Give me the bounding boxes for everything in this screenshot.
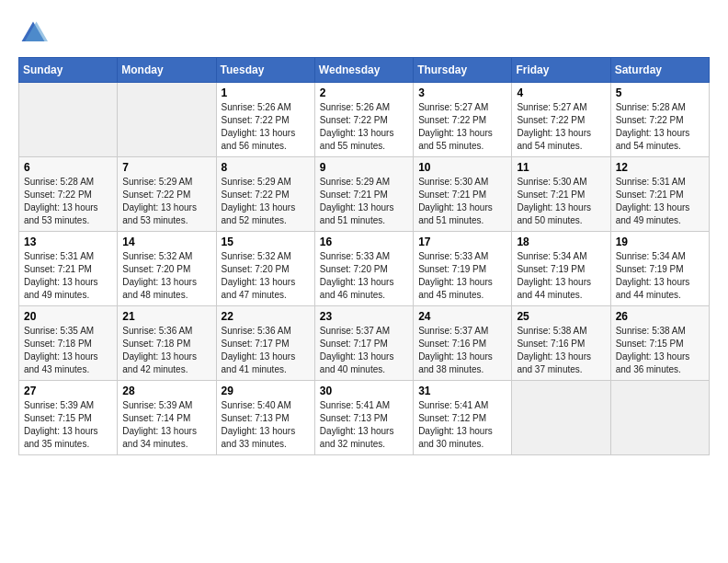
day-info: Sunrise: 5:34 AM Sunset: 7:19 PM Dayligh… bbox=[517, 250, 605, 302]
day-info: Sunrise: 5:30 AM Sunset: 7:21 PM Dayligh… bbox=[517, 176, 605, 227]
calendar-day-cell: 3Sunrise: 5:27 AM Sunset: 7:22 PM Daylig… bbox=[414, 83, 512, 157]
day-header: Wednesday bbox=[314, 58, 413, 83]
day-header: Tuesday bbox=[216, 58, 314, 83]
logo bbox=[18, 18, 51, 48]
calendar-day-cell: 21Sunrise: 5:36 AM Sunset: 7:18 PM Dayli… bbox=[118, 306, 216, 381]
calendar-week-row: 1Sunrise: 5:26 AM Sunset: 7:22 PM Daylig… bbox=[19, 83, 710, 157]
calendar-day-cell: 18Sunrise: 5:34 AM Sunset: 7:19 PM Dayli… bbox=[512, 232, 610, 306]
calendar-day-cell: 22Sunrise: 5:36 AM Sunset: 7:17 PM Dayli… bbox=[216, 306, 314, 381]
calendar-day-cell: 13Sunrise: 5:31 AM Sunset: 7:21 PM Dayli… bbox=[19, 232, 118, 306]
day-number: 5 bbox=[616, 86, 704, 99]
calendar-week-row: 6Sunrise: 5:28 AM Sunset: 7:22 PM Daylig… bbox=[19, 157, 710, 232]
day-number: 4 bbox=[517, 86, 605, 99]
calendar-day-cell: 31Sunrise: 5:41 AM Sunset: 7:12 PM Dayli… bbox=[414, 381, 512, 455]
calendar-day-cell: 9Sunrise: 5:29 AM Sunset: 7:21 PM Daylig… bbox=[314, 157, 413, 232]
day-info: Sunrise: 5:27 AM Sunset: 7:22 PM Dayligh… bbox=[418, 101, 506, 153]
day-number: 8 bbox=[222, 161, 310, 174]
calendar-day-cell: 12Sunrise: 5:31 AM Sunset: 7:21 PM Dayli… bbox=[610, 157, 709, 232]
day-number: 10 bbox=[418, 161, 506, 174]
day-number: 13 bbox=[24, 236, 112, 248]
day-number: 9 bbox=[320, 161, 408, 174]
calendar-day-cell: 24Sunrise: 5:37 AM Sunset: 7:16 PM Dayli… bbox=[414, 306, 512, 381]
calendar-day-cell: 23Sunrise: 5:37 AM Sunset: 7:17 PM Dayli… bbox=[314, 306, 413, 381]
day-number: 18 bbox=[517, 236, 605, 248]
day-number: 16 bbox=[320, 236, 408, 248]
day-info: Sunrise: 5:37 AM Sunset: 7:16 PM Dayligh… bbox=[418, 325, 506, 376]
calendar-day-cell: 30Sunrise: 5:41 AM Sunset: 7:13 PM Dayli… bbox=[314, 381, 413, 455]
day-number: 2 bbox=[320, 86, 408, 99]
calendar-day-cell: 16Sunrise: 5:33 AM Sunset: 7:20 PM Dayli… bbox=[314, 232, 413, 306]
day-info: Sunrise: 5:36 AM Sunset: 7:17 PM Dayligh… bbox=[222, 325, 310, 376]
day-info: Sunrise: 5:31 AM Sunset: 7:21 PM Dayligh… bbox=[24, 250, 112, 302]
day-number: 28 bbox=[122, 385, 210, 397]
day-number: 7 bbox=[122, 161, 210, 174]
day-number: 23 bbox=[320, 310, 408, 323]
calendar-body: 1Sunrise: 5:26 AM Sunset: 7:22 PM Daylig… bbox=[19, 83, 710, 455]
day-info: Sunrise: 5:40 AM Sunset: 7:13 PM Dayligh… bbox=[222, 399, 310, 451]
calendar-day-cell: 17Sunrise: 5:33 AM Sunset: 7:19 PM Dayli… bbox=[414, 232, 512, 306]
calendar-day-cell bbox=[118, 83, 216, 157]
calendar-table: SundayMondayTuesdayWednesdayThursdayFrid… bbox=[18, 57, 710, 455]
day-info: Sunrise: 5:26 AM Sunset: 7:22 PM Dayligh… bbox=[222, 101, 310, 153]
calendar-day-cell: 19Sunrise: 5:34 AM Sunset: 7:19 PM Dayli… bbox=[610, 232, 709, 306]
day-info: Sunrise: 5:26 AM Sunset: 7:22 PM Dayligh… bbox=[320, 101, 408, 153]
calendar-day-cell: 28Sunrise: 5:39 AM Sunset: 7:14 PM Dayli… bbox=[118, 381, 216, 455]
calendar-day-cell bbox=[610, 381, 709, 455]
day-info: Sunrise: 5:41 AM Sunset: 7:12 PM Dayligh… bbox=[418, 399, 506, 451]
calendar-day-cell: 27Sunrise: 5:39 AM Sunset: 7:15 PM Dayli… bbox=[19, 381, 118, 455]
calendar-day-cell: 4Sunrise: 5:27 AM Sunset: 7:22 PM Daylig… bbox=[512, 83, 610, 157]
day-number: 19 bbox=[616, 236, 704, 248]
day-number: 21 bbox=[122, 310, 210, 323]
calendar-day-cell: 5Sunrise: 5:28 AM Sunset: 7:22 PM Daylig… bbox=[610, 83, 709, 157]
day-number: 24 bbox=[418, 310, 506, 323]
calendar-day-cell: 26Sunrise: 5:38 AM Sunset: 7:15 PM Dayli… bbox=[610, 306, 709, 381]
day-info: Sunrise: 5:29 AM Sunset: 7:21 PM Dayligh… bbox=[320, 176, 408, 227]
calendar-day-cell: 8Sunrise: 5:29 AM Sunset: 7:22 PM Daylig… bbox=[216, 157, 314, 232]
day-number: 30 bbox=[320, 385, 408, 397]
calendar-day-cell: 25Sunrise: 5:38 AM Sunset: 7:16 PM Dayli… bbox=[512, 306, 610, 381]
calendar-day-cell: 29Sunrise: 5:40 AM Sunset: 7:13 PM Dayli… bbox=[216, 381, 314, 455]
calendar-day-cell: 14Sunrise: 5:32 AM Sunset: 7:20 PM Dayli… bbox=[118, 232, 216, 306]
day-number: 11 bbox=[517, 161, 605, 174]
day-info: Sunrise: 5:39 AM Sunset: 7:14 PM Dayligh… bbox=[122, 399, 210, 451]
calendar-day-cell bbox=[512, 381, 610, 455]
day-number: 27 bbox=[24, 385, 112, 397]
calendar-week-row: 27Sunrise: 5:39 AM Sunset: 7:15 PM Dayli… bbox=[19, 381, 710, 455]
day-info: Sunrise: 5:28 AM Sunset: 7:22 PM Dayligh… bbox=[24, 176, 112, 227]
calendar-day-cell: 6Sunrise: 5:28 AM Sunset: 7:22 PM Daylig… bbox=[19, 157, 118, 232]
day-info: Sunrise: 5:28 AM Sunset: 7:22 PM Dayligh… bbox=[616, 101, 704, 153]
day-number: 17 bbox=[418, 236, 506, 248]
day-header: Sunday bbox=[19, 58, 118, 83]
page-header bbox=[18, 18, 710, 48]
day-info: Sunrise: 5:31 AM Sunset: 7:21 PM Dayligh… bbox=[616, 176, 704, 227]
calendar-day-cell: 15Sunrise: 5:32 AM Sunset: 7:20 PM Dayli… bbox=[216, 232, 314, 306]
day-info: Sunrise: 5:29 AM Sunset: 7:22 PM Dayligh… bbox=[122, 176, 210, 227]
day-info: Sunrise: 5:34 AM Sunset: 7:19 PM Dayligh… bbox=[616, 250, 704, 302]
day-number: 14 bbox=[122, 236, 210, 248]
calendar-day-cell: 1Sunrise: 5:26 AM Sunset: 7:22 PM Daylig… bbox=[216, 83, 314, 157]
day-header: Monday bbox=[118, 58, 216, 83]
day-number: 1 bbox=[222, 86, 310, 99]
day-info: Sunrise: 5:33 AM Sunset: 7:20 PM Dayligh… bbox=[320, 250, 408, 302]
calendar-day-cell: 20Sunrise: 5:35 AM Sunset: 7:18 PM Dayli… bbox=[19, 306, 118, 381]
day-info: Sunrise: 5:32 AM Sunset: 7:20 PM Dayligh… bbox=[222, 250, 310, 302]
day-header: Thursday bbox=[414, 58, 512, 83]
day-info: Sunrise: 5:38 AM Sunset: 7:16 PM Dayligh… bbox=[517, 325, 605, 376]
day-info: Sunrise: 5:36 AM Sunset: 7:18 PM Dayligh… bbox=[122, 325, 210, 376]
day-info: Sunrise: 5:27 AM Sunset: 7:22 PM Dayligh… bbox=[517, 101, 605, 153]
calendar-day-cell: 7Sunrise: 5:29 AM Sunset: 7:22 PM Daylig… bbox=[118, 157, 216, 232]
day-info: Sunrise: 5:41 AM Sunset: 7:13 PM Dayligh… bbox=[320, 399, 408, 451]
calendar-day-cell: 11Sunrise: 5:30 AM Sunset: 7:21 PM Dayli… bbox=[512, 157, 610, 232]
day-info: Sunrise: 5:38 AM Sunset: 7:15 PM Dayligh… bbox=[616, 325, 704, 376]
day-number: 29 bbox=[222, 385, 310, 397]
day-info: Sunrise: 5:37 AM Sunset: 7:17 PM Dayligh… bbox=[320, 325, 408, 376]
day-number: 15 bbox=[222, 236, 310, 248]
day-info: Sunrise: 5:32 AM Sunset: 7:20 PM Dayligh… bbox=[122, 250, 210, 302]
calendar-week-row: 13Sunrise: 5:31 AM Sunset: 7:21 PM Dayli… bbox=[19, 232, 710, 306]
day-number: 31 bbox=[418, 385, 506, 397]
calendar-day-cell: 2Sunrise: 5:26 AM Sunset: 7:22 PM Daylig… bbox=[314, 83, 413, 157]
day-info: Sunrise: 5:30 AM Sunset: 7:21 PM Dayligh… bbox=[418, 176, 506, 227]
day-number: 12 bbox=[616, 161, 704, 174]
calendar-day-cell bbox=[19, 83, 118, 157]
calendar-week-row: 20Sunrise: 5:35 AM Sunset: 7:18 PM Dayli… bbox=[19, 306, 710, 381]
